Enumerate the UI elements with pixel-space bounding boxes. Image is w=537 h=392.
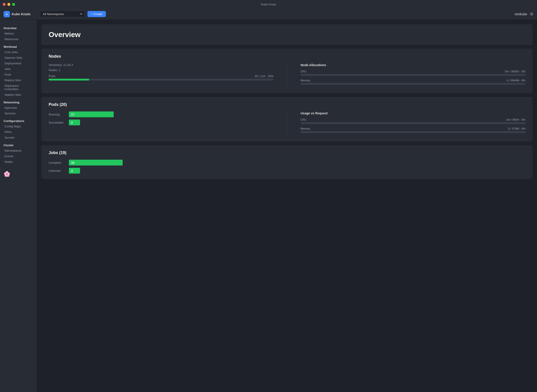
sidebar-item-metrics[interactable]: Metrics	[0, 31, 37, 36]
sidebar-section-overview: Overview	[0, 25, 37, 31]
sidebar: Overview Metrics Resources Workload Cron…	[0, 20, 37, 392]
app-name: Kube Knots	[12, 12, 31, 16]
pods-cpu-label: CPU	[301, 118, 306, 121]
maximize-button[interactable]	[12, 3, 15, 6]
minimize-button[interactable]	[7, 3, 10, 6]
nodes-pods-progress-bg	[49, 79, 273, 80]
pods-succeeded-bar: 3	[69, 120, 80, 125]
jobs-unknown-count: 3	[71, 169, 73, 173]
jobs-unknown-row: Unknown 3	[49, 168, 525, 173]
nodes-pods-value: 20 / 110 · 18%	[255, 75, 273, 78]
jobs-card-title: Jobs (19)	[49, 150, 525, 155]
jobs-card: Jobs (19) Complete 16 Unknown	[42, 145, 532, 179]
cpu-alloc-label: CPU	[301, 70, 306, 73]
memory-alloc-bg	[301, 83, 526, 85]
close-button[interactable]	[3, 3, 6, 6]
sidebar-item-stateful-sets[interactable]: Stateful Sets	[0, 92, 37, 98]
sidebar-section-workload: Workload	[0, 44, 37, 49]
header: ⎈ Kube Knots All Namespaces default kube…	[0, 9, 537, 20]
card-divider	[287, 63, 287, 88]
pods-memory-row: Memory 0 / 370Mi · 0%	[301, 127, 526, 133]
nodes-version: Version(s): v1.25.3	[49, 63, 273, 67]
sidebar-item-daemon-sets[interactable]: Daemon Sets	[0, 55, 37, 61]
pods-running-label: Running	[49, 113, 67, 116]
cpu-alloc-row: CPU 0m / 3000m · 0%	[301, 70, 526, 76]
sidebar-section-configurations: Configurations	[0, 118, 37, 124]
pods-cpu-value: 0m / 850m · 0%	[506, 118, 525, 121]
pods-succeeded-row: Succeeded 3	[49, 120, 273, 125]
sidebar-item-secrets[interactable]: Secrets	[0, 135, 37, 140]
window-controls	[3, 3, 15, 6]
sidebar-item-jobs[interactable]: Jobs	[0, 66, 37, 72]
pods-running-row: Running 17	[49, 112, 273, 117]
app-logo-icon: ⎈	[4, 11, 10, 17]
memory-alloc-row: Memory 0 / 5944Mi · 0%	[301, 79, 526, 85]
nodes-pods-label: Pods	[49, 75, 55, 78]
titlebar: Kube Knots	[0, 0, 537, 9]
pods-succeeded-count: 3	[71, 121, 73, 124]
create-button[interactable]: + Create	[88, 11, 106, 17]
sidebar-item-namespaces[interactable]: Namespaces	[0, 148, 37, 153]
sidebar-item-replica-sets[interactable]: Replica Sets	[0, 77, 37, 83]
pods-running-count: 17	[71, 113, 74, 116]
nodes-card-title: Nodes	[49, 54, 525, 59]
jobs-complete-count: 16	[71, 161, 74, 164]
sidebar-section-cluster: Cluster	[0, 142, 37, 148]
namespace-select[interactable]: All Namespaces default kube-system	[40, 11, 85, 17]
flower-icon: 🌸	[4, 171, 10, 177]
pods-running-bar: 17	[69, 112, 114, 117]
sidebar-item-nodes[interactable]: Nodes	[0, 159, 37, 165]
sidebar-item-cron-jobs[interactable]: Cron Jobs	[0, 49, 37, 55]
node-allocations-title: Node Allocations	[301, 63, 526, 67]
sidebar-item-replication-controllers[interactable]: Replication Controllers	[0, 83, 37, 92]
nodes-pods-progress-fill	[49, 79, 89, 80]
usage-title: Usage vs Request	[301, 112, 526, 115]
main-content: Overview Nodes Version(s): v1.25.3 Nodes…	[37, 20, 537, 392]
pods-cpu-bg	[301, 122, 526, 124]
sidebar-item-config-maps[interactable]: Config Maps	[0, 124, 37, 129]
sidebar-item-pods[interactable]: Pods	[0, 72, 37, 77]
jobs-unknown-bar: 3	[69, 168, 80, 173]
pods-memory-label: Memory	[301, 127, 310, 130]
cpu-alloc-bg	[301, 74, 526, 76]
cpu-alloc-value: 0m / 3000m · 0%	[505, 70, 525, 73]
sidebar-item-hpas[interactable]: HPAs	[0, 129, 37, 135]
sidebar-item-deployments[interactable]: Deployments	[0, 61, 37, 66]
card-divider-2	[287, 112, 287, 136]
jobs-complete-bar: 16	[69, 160, 123, 165]
pods-card: Pods (20) Running 17 Succeeded	[42, 97, 532, 141]
memory-alloc-value: 0 / 5944Mi · 0%	[507, 79, 525, 82]
pods-card-title: Pods (20)	[49, 102, 525, 107]
pods-cpu-row: CPU 0m / 850m · 0%	[301, 118, 526, 124]
memory-alloc-label: Memory	[301, 79, 310, 82]
sidebar-item-resources[interactable]: Resources	[0, 36, 37, 42]
sidebar-item-ingresses[interactable]: Ingresses	[0, 105, 37, 111]
nodes-card: Nodes Version(s): v1.25.3 Nodes: 1 Pods …	[42, 49, 532, 93]
app-title: Kube Knots	[261, 3, 276, 6]
sidebar-section-networking: Networking	[0, 99, 37, 105]
pods-memory-bg	[301, 131, 526, 133]
overview-header-card: Overview	[42, 24, 532, 45]
nodes-count: Nodes: 1	[49, 68, 273, 72]
logo-area: ⎈ Kube Knots	[4, 11, 37, 17]
jobs-complete-label: Complete	[49, 161, 67, 164]
cluster-name: minikube	[514, 12, 527, 16]
jobs-complete-row: Complete 16	[49, 160, 525, 165]
jobs-unknown-label: Unknown	[49, 169, 67, 173]
pods-memory-value: 0 / 370Mi · 0%	[508, 127, 525, 130]
sidebar-item-events[interactable]: Events	[0, 153, 37, 159]
page-title: Overview	[49, 31, 525, 39]
settings-icon[interactable]: ⚙	[530, 12, 533, 17]
sidebar-item-services[interactable]: Services	[0, 111, 37, 116]
pods-succeeded-label: Succeeded	[49, 121, 67, 124]
